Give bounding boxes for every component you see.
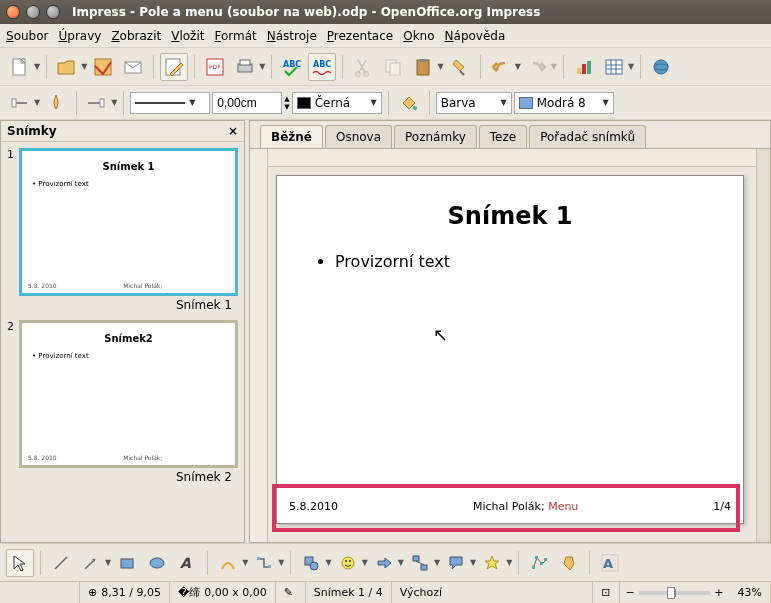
dropdown-icon[interactable]: ▼ <box>470 558 476 567</box>
svg-rect-7 <box>240 60 250 65</box>
dropdown-icon[interactable]: ▼ <box>551 62 557 71</box>
dropdown-icon[interactable]: ▼ <box>34 62 40 71</box>
format-paintbrush-button[interactable] <box>446 53 474 81</box>
svg-point-43 <box>349 560 351 562</box>
dropdown-icon[interactable]: ▼ <box>437 62 443 71</box>
table-button[interactable] <box>600 53 628 81</box>
close-panel-icon[interactable]: × <box>228 124 238 138</box>
curve-tool-button[interactable] <box>214 549 242 577</box>
arrow-end-button[interactable] <box>83 89 111 117</box>
open-button[interactable] <box>53 53 81 81</box>
auto-spellcheck-button[interactable]: ABC <box>308 53 336 81</box>
cut-button[interactable] <box>349 53 377 81</box>
print-button[interactable] <box>231 53 259 81</box>
rectangle-tool-button[interactable] <box>113 549 141 577</box>
line-width-input[interactable] <box>212 92 282 114</box>
dropdown-icon[interactable]: ▼ <box>434 558 440 567</box>
dropdown-icon[interactable]: ▼ <box>506 558 512 567</box>
dropdown-icon[interactable]: ▼ <box>278 558 284 567</box>
dropdown-icon[interactable]: ▼ <box>515 62 521 71</box>
fill-type-combo[interactable]: Barva ▼ <box>436 92 512 114</box>
line-color-combo[interactable]: Černá ▼ <box>292 92 382 114</box>
menu-zobrazit[interactable]: Zobrazit <box>111 29 161 43</box>
connector-tool-button[interactable] <box>250 549 278 577</box>
slide-footer-menu: Menu <box>548 500 578 513</box>
symbol-shapes-button[interactable] <box>334 549 362 577</box>
dropdown-icon[interactable]: ▼ <box>325 558 331 567</box>
stars-button[interactable] <box>478 549 506 577</box>
menu-prezentace[interactable]: Prezentace <box>327 29 393 43</box>
slide-thumbnail-2[interactable]: Snímek2 • Provizorní text 5.8. 2010Micha… <box>19 320 238 468</box>
menu-upravy[interactable]: Úpravy <box>58 29 101 43</box>
edit-button[interactable] <box>160 53 188 81</box>
dropdown-icon[interactable]: ▼ <box>242 558 248 567</box>
arrow-start-button[interactable] <box>6 89 34 117</box>
zoom-percent[interactable]: 43% <box>730 582 771 603</box>
dropdown-icon[interactable]: ▼ <box>34 98 40 107</box>
menubar: Soubor Úpravy Zobrazit Vložit Formát Nás… <box>0 24 771 48</box>
save-button[interactable] <box>89 53 117 81</box>
hyperlink-button[interactable] <box>647 53 675 81</box>
menu-nastroje[interactable]: Nástroje <box>267 29 317 43</box>
tab-bezne[interactable]: Běžné <box>260 125 323 148</box>
undo-button[interactable] <box>487 53 515 81</box>
dropdown-icon[interactable]: ▼ <box>111 98 117 107</box>
menu-okno[interactable]: Okno <box>403 29 434 43</box>
svg-rect-48 <box>535 556 538 559</box>
dropdown-icon[interactable]: ▼ <box>362 558 368 567</box>
dropdown-icon[interactable]: ▼ <box>105 558 111 567</box>
fill-button[interactable] <box>42 89 70 117</box>
text-tool-button[interactable]: A <box>173 549 201 577</box>
points-button[interactable] <box>525 549 553 577</box>
menu-napoveda[interactable]: Nápověda <box>445 29 506 43</box>
select-tool-button[interactable] <box>6 549 34 577</box>
dropdown-icon[interactable]: ▼ <box>259 62 265 71</box>
arrow-tool-button[interactable] <box>77 549 105 577</box>
zoom-slider[interactable]: − + <box>620 586 730 599</box>
spellcheck-button[interactable]: ABC <box>278 53 306 81</box>
window-maximize-button[interactable] <box>46 5 60 19</box>
redo-button[interactable] <box>523 53 551 81</box>
new-button[interactable] <box>6 53 34 81</box>
dropdown-icon[interactable]: ▼ <box>628 62 634 71</box>
svg-rect-34 <box>121 559 133 568</box>
fill-color-combo[interactable]: Modrá 8 ▼ <box>514 92 614 114</box>
zoom-in-icon[interactable]: + <box>714 586 723 599</box>
tab-poznamky[interactable]: Poznámky <box>394 125 477 148</box>
spin-down-icon[interactable]: ▼ <box>284 103 289 111</box>
copy-button[interactable] <box>379 53 407 81</box>
spin-up-icon[interactable]: ▲ <box>284 95 289 103</box>
chart-button[interactable] <box>570 53 598 81</box>
window-minimize-button[interactable] <box>26 5 40 19</box>
line-tool-button[interactable] <box>47 549 75 577</box>
svg-rect-37 <box>257 557 260 560</box>
dropdown-icon[interactable]: ▼ <box>398 558 404 567</box>
basic-shapes-button[interactable] <box>297 549 325 577</box>
block-arrows-button[interactable] <box>370 549 398 577</box>
tab-osnova[interactable]: Osnova <box>325 125 392 148</box>
callouts-button[interactable] <box>442 549 470 577</box>
status-bar: ⊕8,31 / 9,05 �缔0,00 x 0,00 ✎ Snímek 1 / … <box>0 581 771 603</box>
email-button[interactable] <box>119 53 147 81</box>
pdf-export-button[interactable]: PDF <box>201 53 229 81</box>
line-style-combo[interactable]: ▼ <box>130 92 210 114</box>
paste-button[interactable] <box>409 53 437 81</box>
tab-poradac[interactable]: Pořadač snímků <box>529 125 646 148</box>
menu-soubor[interactable]: Soubor <box>6 29 48 43</box>
slide-canvas[interactable]: Snímek 1 Provizorní text 5.8.2010 Michal… <box>276 175 744 524</box>
slide-thumbnail-1[interactable]: Snímek 1 • Provizorní text 5.8. 2010Mich… <box>19 148 238 296</box>
dropdown-icon[interactable]: ▼ <box>81 62 87 71</box>
menu-format[interactable]: Formát <box>214 29 256 43</box>
tab-teze[interactable]: Teze <box>479 125 527 148</box>
fill-bucket-button[interactable] <box>395 89 423 117</box>
fontwork-button[interactable]: A <box>596 549 624 577</box>
svg-point-31 <box>413 106 417 110</box>
zoom-fit-button[interactable]: ⊡ <box>593 582 619 603</box>
menu-vlozit[interactable]: Vložit <box>171 29 204 43</box>
ellipse-tool-button[interactable] <box>143 549 171 577</box>
flowchart-button[interactable] <box>406 549 434 577</box>
zoom-out-icon[interactable]: − <box>626 586 635 599</box>
vertical-scrollbar[interactable] <box>756 149 770 542</box>
window-close-button[interactable] <box>6 5 20 19</box>
glue-points-button[interactable] <box>555 549 583 577</box>
